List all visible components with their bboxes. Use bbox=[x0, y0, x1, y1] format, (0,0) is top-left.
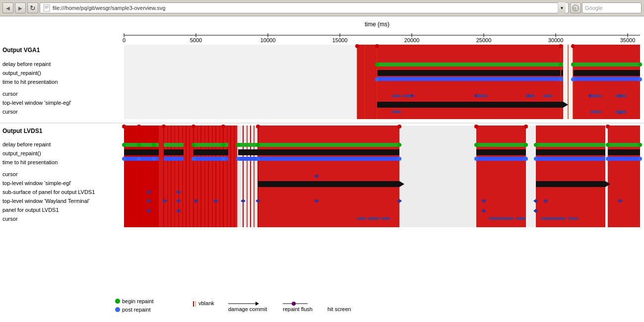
svg-text:vblank: vblank bbox=[198, 300, 214, 306]
svg-point-236 bbox=[292, 302, 296, 306]
svg-text:time to hit presentation: time to hit presentation bbox=[2, 159, 58, 165]
svg-point-189 bbox=[397, 125, 401, 129]
svg-rect-152 bbox=[605, 126, 608, 227]
svg-rect-218 bbox=[357, 217, 366, 220]
address-dropdown[interactable]: ▼ bbox=[558, 2, 566, 13]
svg-rect-148 bbox=[536, 126, 605, 227]
svg-point-160 bbox=[192, 143, 195, 147]
svg-rect-74 bbox=[590, 95, 601, 97]
svg-rect-138 bbox=[164, 157, 184, 161]
svg-point-184 bbox=[137, 125, 141, 129]
svg-rect-196 bbox=[536, 181, 605, 187]
svg-point-163 bbox=[256, 143, 260, 147]
svg-point-52 bbox=[638, 63, 642, 66]
svg-rect-75 bbox=[615, 95, 626, 97]
svg-point-50 bbox=[559, 63, 563, 66]
svg-text:cursor: cursor bbox=[2, 91, 18, 97]
svg-rect-72 bbox=[526, 95, 535, 97]
svg-text:15000: 15000 bbox=[332, 37, 348, 43]
svg-rect-222 bbox=[516, 217, 526, 220]
svg-text:output_repaint(): output_repaint() bbox=[2, 70, 41, 76]
svg-rect-93 bbox=[124, 126, 127, 227]
svg-text:20000: 20000 bbox=[404, 37, 420, 43]
svg-point-179 bbox=[524, 157, 528, 161]
svg-text:10000: 10000 bbox=[260, 37, 276, 43]
svg-rect-147 bbox=[526, 126, 536, 227]
svg-rect-154 bbox=[608, 143, 640, 147]
svg-rect-149 bbox=[536, 143, 605, 147]
page-icon bbox=[43, 4, 51, 12]
svg-rect-78 bbox=[615, 111, 626, 113]
svg-text:cursor: cursor bbox=[2, 216, 18, 222]
svg-rect-76 bbox=[392, 111, 401, 113]
svg-point-178 bbox=[474, 157, 478, 161]
svg-rect-153 bbox=[608, 126, 640, 227]
svg-point-53 bbox=[375, 77, 379, 81]
svg-point-159 bbox=[152, 143, 156, 147]
svg-text:35000: 35000 bbox=[620, 37, 636, 43]
svg-point-161 bbox=[221, 143, 225, 147]
svg-rect-146 bbox=[476, 157, 526, 161]
url-text: file:///home/pq/git/wesgr/sample3-overvi… bbox=[53, 5, 558, 11]
svg-point-181 bbox=[606, 157, 610, 161]
svg-point-177 bbox=[397, 157, 401, 161]
svg-point-173 bbox=[192, 157, 195, 161]
back-button[interactable]: ◀ bbox=[2, 2, 13, 13]
svg-rect-221 bbox=[489, 217, 514, 220]
svg-rect-220 bbox=[381, 217, 390, 220]
svg-text:delay before repaint: delay before repaint bbox=[2, 61, 51, 67]
svg-rect-2 bbox=[45, 7, 49, 7]
svg-rect-145 bbox=[476, 149, 526, 155]
svg-text:damage commit: damage commit bbox=[228, 306, 267, 312]
svg-text:top-level window 'Wayland Term: top-level window 'Wayland Terminal' bbox=[2, 198, 89, 204]
svg-rect-128 bbox=[164, 143, 184, 147]
svg-rect-3 bbox=[45, 8, 48, 8]
svg-rect-37 bbox=[377, 70, 563, 76]
svg-text:output_repaint(): output_repaint() bbox=[2, 150, 41, 156]
address-bar[interactable]: file:///home/pq/git/wesgr/sample3-overvi… bbox=[40, 2, 569, 13]
svg-point-157 bbox=[122, 143, 126, 147]
svg-rect-69 bbox=[392, 95, 401, 97]
svg-rect-34 bbox=[377, 45, 563, 119]
svg-point-165 bbox=[474, 143, 478, 147]
svg-rect-36 bbox=[573, 45, 640, 119]
svg-point-49 bbox=[375, 63, 379, 66]
refresh-button[interactable]: ↻ bbox=[27, 2, 38, 13]
svg-rect-134 bbox=[193, 149, 228, 155]
svg-text:top-level window 'simple-egl': top-level window 'simple-egl' bbox=[2, 100, 71, 106]
svg-rect-151 bbox=[536, 157, 605, 161]
forward-button[interactable]: ▶ bbox=[15, 2, 26, 13]
svg-point-55 bbox=[571, 77, 575, 81]
svg-point-172 bbox=[152, 157, 156, 161]
svg-rect-96 bbox=[135, 126, 137, 227]
svg-text:sub-surface of panel for outpu: sub-surface of panel for output LVDS1 bbox=[2, 189, 95, 195]
svg-point-225 bbox=[115, 299, 120, 304]
svg-rect-97 bbox=[139, 126, 146, 227]
google-search-input[interactable]: Google bbox=[582, 2, 642, 13]
svg-text:cursor: cursor bbox=[2, 109, 18, 115]
svg-point-60 bbox=[571, 44, 575, 48]
svg-point-185 bbox=[162, 125, 166, 129]
svg-point-190 bbox=[474, 125, 478, 129]
svg-rect-77 bbox=[590, 111, 601, 113]
svg-point-188 bbox=[256, 125, 260, 129]
svg-point-54 bbox=[559, 77, 563, 81]
svg-rect-131 bbox=[258, 143, 399, 147]
svg-text:25000: 25000 bbox=[476, 37, 492, 43]
svg-rect-126 bbox=[258, 126, 399, 227]
svg-text:G: G bbox=[574, 6, 576, 10]
svg-rect-194 bbox=[258, 181, 399, 187]
svg-point-186 bbox=[192, 125, 195, 129]
svg-rect-32 bbox=[124, 45, 360, 119]
svg-rect-142 bbox=[399, 126, 476, 227]
svg-rect-219 bbox=[368, 217, 379, 220]
svg-rect-150 bbox=[536, 149, 605, 155]
google-icon[interactable]: G bbox=[570, 2, 581, 13]
svg-text:panel for output LVDS1: panel for output LVDS1 bbox=[2, 207, 59, 213]
svg-point-191 bbox=[524, 125, 528, 129]
svg-rect-95 bbox=[131, 126, 133, 227]
svg-text:top-level window 'simple-egl': top-level window 'simple-egl' bbox=[2, 180, 71, 186]
svg-text:cursor: cursor bbox=[2, 171, 18, 177]
svg-text:hit screen: hit screen bbox=[327, 306, 351, 312]
svg-rect-40 bbox=[573, 70, 640, 76]
